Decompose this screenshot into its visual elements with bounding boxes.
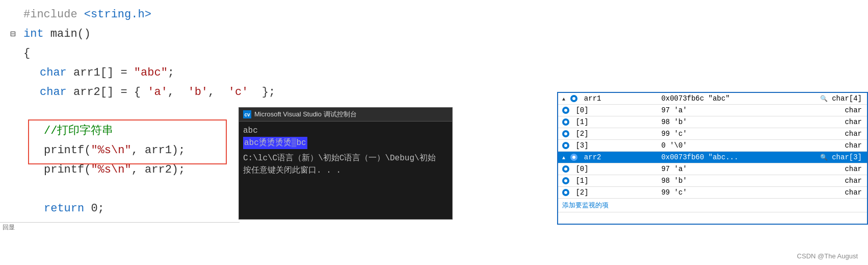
watch-row-arr1-2[interactable]: [2] 99 'c' char (558, 128, 867, 140)
editor-divider (0, 222, 240, 223)
db-icon-arr1-0 (562, 107, 569, 114)
watch-row-arr2[interactable]: ▲ arr2 0x0073fb60 "abc... 🔍 char[3] (558, 152, 867, 163)
watch-row-arr2-0[interactable]: [0] 97 'a' char (558, 163, 867, 175)
vs-icon: cv (243, 110, 251, 118)
watch-name-arr1-2: [2] (558, 128, 657, 140)
console-line-4: 按任意键关闭此窗口. . . (243, 164, 448, 177)
gutter-2: ⊟ (10, 25, 19, 44)
watch-name-arr1-3: [3] (558, 140, 657, 152)
search-icon-arr2[interactable]: 🔍 (820, 154, 828, 161)
watch-name-arr1-0: [0] (558, 105, 657, 116)
watch-type-arr1-2: char (797, 128, 867, 140)
code-line-4: char arr1[] = "abc"; (0, 63, 240, 83)
search-icon-arr1[interactable]: 🔍 (820, 95, 828, 103)
watch-row-arr2-1[interactable]: [1] 98 'b' char (558, 175, 867, 187)
watch-type-arr2-0: char (797, 163, 867, 175)
watch-table: ▲ arr1 0x0073fb6c "abc" 🔍 char[4] [0] 97… (558, 93, 867, 212)
watch-value-arr1-1: 98 'b' (657, 116, 797, 128)
editor-bottom-label: 回显 (0, 223, 15, 232)
code-editor: #include <string.h> ⊟ int main() { char … (0, 0, 240, 225)
code-line-5: char arr2[] = { 'a', 'b', 'c' }; (0, 83, 240, 102)
watch-name-arr1: ▲ arr1 (558, 93, 657, 105)
expand-icon-arr1: ▲ (562, 97, 565, 102)
watch-type-arr2-2: char (797, 187, 867, 199)
watch-type-arr2-1: char (797, 175, 867, 187)
code-line-9: printf("%s\n", arr2); (0, 160, 240, 180)
watch-value-arr1-0: 97 'a' (657, 105, 797, 116)
console-body: abc abc烫烫烫烫▒bc C:\lc\C语言（新）\初始C语言（一）\Deb… (239, 122, 452, 180)
db-icon-arr1-2 (562, 130, 569, 137)
expand-icon-arr2: ▲ (562, 155, 565, 161)
watch-value-arr1-3: 0 '\0' (657, 140, 797, 152)
watch-name-arr1-1: [1] (558, 116, 657, 128)
db-icon-arr1 (570, 95, 577, 102)
watch-name-arr2-2: [2] (558, 187, 657, 199)
watch-type-arr1-3: char (797, 140, 867, 152)
db-icon-arr1-3 (562, 142, 569, 149)
code-line-2: ⊟ int main() (0, 25, 240, 44)
db-icon-arr1-1 (562, 118, 569, 126)
watch-row-arr1[interactable]: ▲ arr1 0x0073fb6c "abc" 🔍 char[4] (558, 93, 867, 105)
watch-value-arr2-2: 99 'c' (657, 187, 797, 199)
console-titlebar: cv Microsoft Visual Studio 调试控制台 (239, 108, 452, 122)
watch-value-arr2: 0x0073fb60 "abc... (657, 152, 797, 163)
watch-type-arr1: 🔍 char[4] (797, 93, 867, 105)
watch-row-arr1-1[interactable]: [1] 98 'b' char (558, 116, 867, 128)
console-line-3: C:\lc\C语言（新）\初始C语言（一）\Debug\初始 (243, 152, 448, 164)
add-watch-row[interactable]: 添加要监视的项 (558, 199, 867, 212)
add-watch-label[interactable]: 添加要监视的项 (558, 199, 867, 212)
watch-row-arr1-3[interactable]: [3] 0 '\0' char (558, 140, 867, 152)
watch-type-arr2: 🔍 char[3] (797, 152, 867, 163)
watch-row-arr2-2[interactable]: [2] 99 'c' char (558, 187, 867, 199)
watch-type-arr1-0: char (797, 105, 867, 116)
code-line-11: return 0; (0, 199, 240, 219)
watch-value-arr2-0: 97 'a' (657, 163, 797, 175)
code-line-7: //打印字符串 (0, 122, 240, 141)
watch-type-arr1-1: char (797, 116, 867, 128)
code-line-1: #include <string.h> (0, 5, 240, 25)
watch-value-arr2-1: 98 'b' (657, 175, 797, 187)
watch-name-arr2-0: [0] (558, 163, 657, 175)
db-icon-arr2 (570, 154, 577, 161)
db-icon-arr2-0 (562, 165, 569, 173)
code-line-8: printf("%s\n", arr1); (0, 141, 240, 160)
watch-value-arr1: 0x0073fb6c "abc" (657, 93, 797, 105)
code-line-10 (0, 180, 240, 199)
console-line-2: abc烫烫烫烫▒bc (243, 137, 307, 149)
db-icon-arr2-2 (562, 189, 569, 196)
watch-value-arr1-2: 99 'c' (657, 128, 797, 140)
watch-row-arr1-0[interactable]: [0] 97 'a' char (558, 105, 867, 116)
console-line-1: abc (243, 125, 448, 137)
console-title: Microsoft Visual Studio 调试控制台 (254, 110, 357, 119)
watermark: CSDN @The August (797, 252, 858, 260)
watch-name-arr2-1: [1] (558, 175, 657, 187)
watch-panel: ▲ arr1 0x0073fb6c "abc" 🔍 char[4] [0] 97… (557, 92, 868, 225)
watch-name-arr2: ▲ arr2 (558, 152, 657, 163)
console-window: cv Microsoft Visual Studio 调试控制台 abc abc… (239, 107, 453, 220)
code-line-6 (0, 102, 240, 122)
watermark-text: CSDN @The August (797, 252, 858, 260)
db-icon-arr2-1 (562, 177, 569, 184)
code-line-3: { (0, 44, 240, 63)
